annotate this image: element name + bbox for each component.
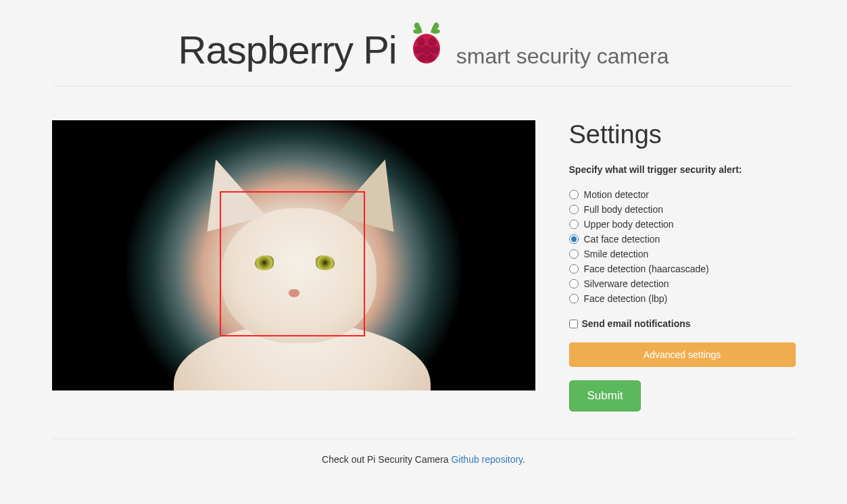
radio-label: Silverware detection bbox=[584, 278, 669, 289]
svg-point-4 bbox=[422, 45, 431, 55]
radio-input[interactable] bbox=[569, 190, 579, 199]
radio-label: Full body detection bbox=[584, 204, 664, 215]
svg-point-6 bbox=[418, 54, 427, 62]
settings-panel: Settings Specify what will trigger secur… bbox=[569, 120, 796, 411]
svg-point-2 bbox=[428, 38, 436, 46]
radio-input[interactable] bbox=[569, 234, 579, 244]
radio-smile-detection[interactable]: Smile detection bbox=[569, 247, 796, 261]
svg-point-1 bbox=[417, 38, 425, 46]
radio-input[interactable] bbox=[569, 264, 579, 274]
radio-motion-detector[interactable]: Motion detector bbox=[569, 187, 796, 202]
page-header: Raspberry Pi smart security camera bbox=[52, 14, 796, 86]
radio-label: Face detection (haarcascade) bbox=[584, 263, 709, 274]
svg-point-7 bbox=[427, 54, 435, 62]
footer-text-after: . bbox=[523, 454, 525, 465]
svg-point-3 bbox=[414, 46, 422, 54]
radio-input[interactable] bbox=[569, 249, 579, 259]
video-pane bbox=[52, 120, 535, 411]
radio-label: Face detection (lbp) bbox=[584, 293, 668, 304]
trigger-radio-group: Motion detector Full body detection Uppe… bbox=[569, 187, 796, 306]
radio-label: Motion detector bbox=[584, 189, 650, 200]
raspberry-pi-logo-icon bbox=[409, 20, 444, 66]
radio-silverware-detection[interactable]: Silverware detection bbox=[569, 276, 796, 291]
page-footer: Check out Pi Security Camera Github repo… bbox=[52, 439, 796, 480]
radio-input[interactable] bbox=[569, 279, 579, 288]
radio-face-detection-lbp[interactable]: Face detection (lbp) bbox=[569, 291, 796, 306]
header-title-sub: smart security camera bbox=[456, 44, 669, 69]
header-title-main: Raspberry Pi bbox=[178, 27, 397, 72]
checkbox-label: Send email notifications bbox=[582, 318, 691, 329]
radio-input[interactable] bbox=[569, 220, 579, 229]
camera-feed bbox=[52, 120, 535, 390]
settings-prompt: Specify what will trigger security alert… bbox=[569, 164, 796, 175]
email-notifications-checkbox[interactable]: Send email notifications bbox=[569, 318, 796, 329]
radio-label: Cat face detection bbox=[584, 234, 660, 245]
radio-face-detection-haarcascade[interactable]: Face detection (haarcascade) bbox=[569, 261, 796, 276]
github-repository-link[interactable]: Github repository bbox=[451, 454, 523, 465]
footer-text-before: Check out Pi Security Camera bbox=[322, 454, 451, 465]
radio-input[interactable] bbox=[569, 294, 579, 303]
detection-rectangle bbox=[220, 191, 365, 336]
settings-title: Settings bbox=[569, 120, 796, 149]
radio-input[interactable] bbox=[569, 205, 579, 214]
submit-button[interactable]: Submit bbox=[569, 380, 642, 411]
svg-point-5 bbox=[431, 46, 439, 54]
radio-label: Smile detection bbox=[584, 249, 649, 259]
radio-full-body-detection[interactable]: Full body detection bbox=[569, 202, 796, 217]
radio-upper-body-detection[interactable]: Upper body detection bbox=[569, 217, 796, 232]
advanced-settings-button[interactable]: Advanced settings bbox=[569, 343, 796, 367]
checkbox-input[interactable] bbox=[569, 320, 578, 328]
radio-cat-face-detection[interactable]: Cat face detection bbox=[569, 232, 796, 247]
radio-label: Upper body detection bbox=[584, 219, 674, 230]
